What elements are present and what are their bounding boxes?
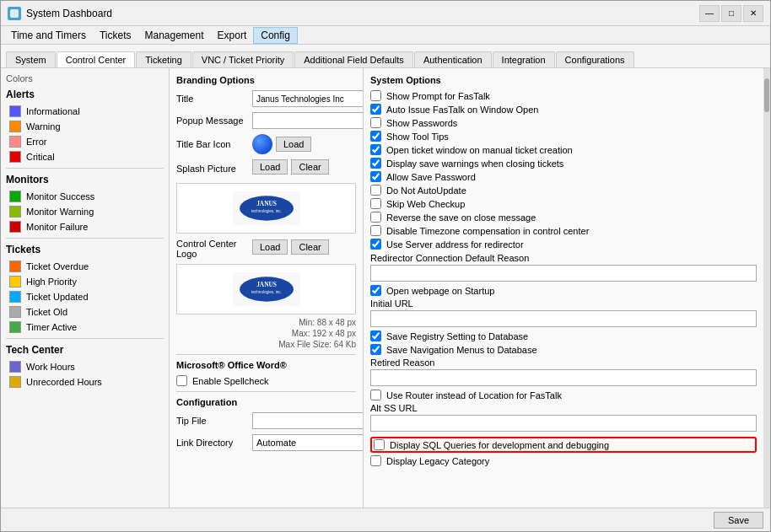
checkbox-allow-save[interactable] [370, 171, 381, 182]
initial-url-input[interactable] [370, 310, 757, 327]
list-item: Ticket Old [6, 304, 164, 320]
list-item: Timer Active [6, 320, 164, 335]
label-no-autoupdate: Do Not AutoUpdate [386, 185, 466, 196]
load-splash-button[interactable]: Load [252, 159, 288, 175]
label-allow-save: Allow Save Password [386, 172, 476, 182]
menu-config[interactable]: Config [253, 27, 298, 44]
color-swatch-critical[interactable] [9, 151, 21, 163]
menu-export[interactable]: Export [211, 28, 254, 43]
checkbox-display-sql[interactable] [374, 439, 385, 450]
minimize-button[interactable]: — [699, 5, 720, 22]
checkbox-show-tooltips[interactable] [370, 131, 381, 142]
checkbox-no-autoupdate[interactable] [370, 185, 381, 196]
load-icon-button[interactable]: Load [276, 137, 311, 152]
initial-url-label: Initial URL [370, 298, 757, 309]
config-section-label: Configuration [176, 397, 356, 407]
color-swatch-unrecorded-hours[interactable] [9, 376, 21, 388]
vertical-scrollbar[interactable] [763, 68, 770, 508]
title-bar: System Dashboard — □ ✕ [1, 1, 770, 26]
list-item: Monitor Failure [6, 219, 164, 234]
color-swatch-ticket-overdue[interactable] [9, 261, 21, 272]
checkbox-save-navigation[interactable] [370, 344, 381, 355]
menu-time[interactable]: Time and Timers [4, 28, 93, 43]
checkbox-display-legacy[interactable] [370, 455, 381, 466]
label-show-tooltips: Show Tool Tips [386, 132, 449, 142]
tab-ticketing[interactable]: Ticketing [136, 51, 191, 67]
color-swatch-informational[interactable] [9, 105, 21, 117]
list-item: Critical [6, 149, 164, 164]
label-skip-web: Skip Web Checkup [386, 199, 465, 209]
tab-configurations[interactable]: Configurations [556, 51, 634, 67]
list-item: Error [6, 134, 164, 149]
tab-authentication[interactable]: Authentication [414, 51, 492, 67]
checkbox-open-webpage[interactable] [370, 285, 381, 296]
color-swatch-ticket-updated[interactable] [9, 291, 21, 303]
label-show-passwords: Show Passwords [386, 118, 457, 128]
maximize-button[interactable]: □ [721, 5, 741, 22]
load-cc-logo-button[interactable]: Load [252, 239, 288, 255]
tab-integration[interactable]: Integration [493, 51, 555, 67]
color-swatch-work-hours[interactable] [9, 361, 21, 373]
svg-text:technologies, inc.: technologies, inc. [251, 290, 282, 294]
divider-3 [6, 338, 164, 339]
color-swatch-error[interactable] [9, 136, 21, 148]
tab-vnc-priority[interactable]: VNC / Ticket Priority [192, 51, 294, 67]
check-save-registry: Save Registry Setting to Database [370, 330, 757, 341]
label-show-prompt: Show Prompt for FasTalk [386, 91, 490, 101]
checkbox-show-prompt[interactable] [370, 90, 381, 101]
menu-management[interactable]: Management [137, 28, 210, 43]
close-button[interactable]: ✕ [743, 5, 763, 22]
clear-splash-button[interactable]: Clear [291, 159, 328, 175]
title-bar-icon-row: Title Bar Icon Load [176, 134, 356, 154]
checkbox-open-ticket[interactable] [370, 144, 381, 155]
checkbox-skip-web[interactable] [370, 198, 381, 209]
popup-input[interactable] [252, 112, 364, 129]
color-swatch-monitor-success[interactable] [9, 191, 21, 202]
checkbox-show-passwords[interactable] [370, 117, 381, 128]
link-dir-input[interactable] [252, 434, 364, 451]
clear-cc-logo-button[interactable]: Clear [291, 239, 328, 255]
save-button[interactable]: Save [714, 512, 763, 529]
label-ticket-old: Ticket Old [26, 307, 67, 317]
tip-file-input[interactable] [252, 412, 364, 429]
svg-text:technologies, inc.: technologies, inc. [251, 209, 282, 213]
label-critical: Critical [26, 152, 55, 162]
color-swatch-monitor-warning[interactable] [9, 206, 21, 218]
checkbox-use-router[interactable] [370, 390, 381, 400]
system-options-title: System Options [370, 75, 757, 85]
check-show-passwords: Show Passwords [370, 117, 757, 128]
retired-reason-input[interactable] [370, 369, 757, 386]
tip-file-label: Tip File [176, 416, 252, 426]
color-swatch-ticket-old[interactable] [9, 306, 21, 318]
checkbox-save-registry[interactable] [370, 330, 381, 341]
splash-picture-row: Splash Picture Load Clear [176, 159, 356, 178]
checkbox-use-server[interactable] [370, 239, 381, 250]
checkbox-disable-timezone[interactable] [370, 225, 381, 236]
color-swatch-high-priority[interactable] [9, 276, 21, 287]
alt-ss-url-input[interactable] [370, 415, 757, 432]
tab-control-center[interactable]: Control Center [57, 51, 136, 67]
color-swatch-timer-active[interactable] [9, 321, 21, 333]
checkbox-display-save[interactable] [370, 158, 381, 169]
redirector-input[interactable] [370, 265, 757, 282]
scroll-thumb[interactable] [764, 78, 769, 112]
control-center-logo-row: Control Center Logo Load Clear [176, 239, 356, 259]
tab-system[interactable]: System [6, 51, 56, 67]
right-panel: System Options Show Prompt for FasTalk A… [364, 68, 763, 508]
check-open-ticket: Open ticket window on manual ticket crea… [370, 144, 757, 155]
branding-title: Branding Options [176, 75, 356, 85]
title-bar-controls: — □ ✕ [699, 5, 763, 22]
check-display-legacy: Display Legacy Category [370, 455, 757, 466]
mid-divider [176, 354, 356, 355]
spellcheck-checkbox[interactable] [176, 375, 187, 386]
label-save-navigation: Save Navigation Menus to Database [386, 345, 537, 355]
color-swatch-monitor-failure[interactable] [9, 221, 21, 233]
title-input[interactable] [252, 90, 364, 107]
menu-tickets[interactable]: Tickets [93, 28, 138, 43]
color-swatch-warning[interactable] [9, 121, 21, 132]
checkbox-reverse-close[interactable] [370, 212, 381, 223]
label-monitor-warning: Monitor Warning [26, 207, 94, 217]
alerts-header: Alerts [6, 89, 164, 100]
tab-additional-fields[interactable]: Additional Field Defaults [294, 51, 413, 67]
checkbox-auto-issue[interactable] [370, 104, 381, 115]
